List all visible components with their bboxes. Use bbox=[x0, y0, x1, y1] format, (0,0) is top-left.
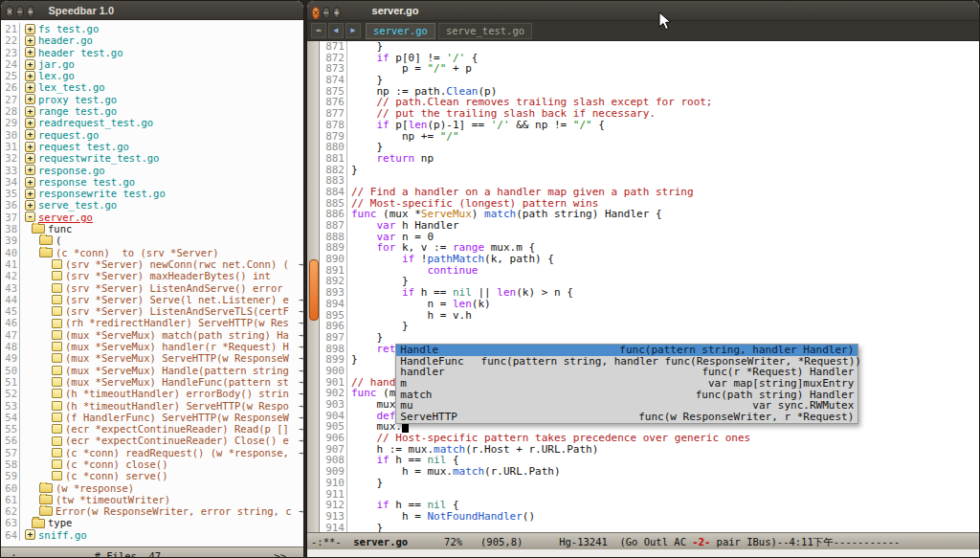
tag-label[interactable]: Error(w ResponseWriter, error string, c bbox=[56, 505, 292, 517]
speedbar-row[interactable]: 35+responsewrite_test.go bbox=[1, 188, 303, 199]
code-line[interactable]: 879 np += "/" bbox=[320, 131, 979, 143]
tag-label[interactable]: (mux *ServeMux) handler(r *Request) H bbox=[65, 341, 289, 352]
tag-label[interactable]: (h *timeoutHandler) errorBody() strin bbox=[65, 388, 289, 399]
tag-icon[interactable] bbox=[52, 306, 62, 316]
speedbar-row[interactable]: 57(c *conn) readRequest() (w *response,→ bbox=[1, 447, 303, 458]
selected-file-name[interactable]: server.go bbox=[38, 212, 93, 223]
completion-item[interactable]: ServeHTTPfunc(w ResponseWriter, r *Reque… bbox=[396, 412, 858, 423]
tag-icon[interactable] bbox=[52, 436, 62, 446]
file-name[interactable]: sniff.go bbox=[38, 529, 87, 541]
expand-icon[interactable]: + bbox=[25, 106, 35, 117]
tag-icon[interactable] bbox=[52, 459, 62, 469]
speedbar-row[interactable]: 53(h *timeoutHandler) ServeHTTP(w Respo→ bbox=[1, 400, 303, 412]
expand-icon[interactable]: + bbox=[25, 200, 35, 211]
folder-icon[interactable] bbox=[32, 224, 45, 234]
tag-label[interactable]: (c *conn) serve() bbox=[65, 470, 167, 481]
speedbar-row[interactable]: 50(mux *ServeMux) Handle(pattern string→ bbox=[1, 365, 303, 376]
speedbar-row[interactable]: 23+header_test.go bbox=[1, 47, 303, 58]
speedbar-row[interactable]: 24+jar.go bbox=[1, 58, 303, 70]
tag-label[interactable]: (w *response) bbox=[56, 482, 134, 494]
tag-label[interactable]: (ecr *expectContinueReader) Read(p [] bbox=[65, 423, 289, 435]
speedbar-row[interactable]: 27+proxy_test.go bbox=[1, 94, 303, 105]
expand-icon[interactable]: + bbox=[25, 35, 35, 46]
speedbar-row[interactable]: 60(w *response) bbox=[1, 482, 303, 494]
tag-label[interactable]: (srv *Server) maxHeaderBytes() int bbox=[65, 270, 271, 281]
speedbar-row[interactable]: 59(c *conn) serve() bbox=[1, 470, 303, 481]
file-name[interactable]: serve_test.go bbox=[38, 199, 117, 211]
scroll-right-button-icon[interactable]: ▶ bbox=[345, 23, 361, 38]
expand-icon[interactable]: + bbox=[25, 142, 35, 152]
speedbar-row[interactable]: 47(mux *ServeMux) match(path string) Ha→ bbox=[1, 329, 303, 341]
tag-icon[interactable] bbox=[52, 295, 62, 304]
tag-label[interactable]: (c *conn) close() bbox=[65, 458, 167, 470]
home-button-icon[interactable]: ▬ bbox=[311, 23, 326, 38]
speedbar-row[interactable]: 41(srv *Server) newConn(rwc net.Conn) (→ bbox=[1, 258, 303, 270]
tag-icon[interactable] bbox=[52, 471, 62, 480]
speedbar-row[interactable]: 26+lex_test.go bbox=[1, 81, 303, 93]
code-line[interactable]: 895 h = v.h bbox=[320, 310, 979, 322]
file-name[interactable]: response_test.go bbox=[38, 176, 135, 188]
speedbar-row[interactable]: 44(srv *Server) Serve(l net.Listener) e→ bbox=[1, 294, 303, 305]
speedbar-row[interactable]: 37-server.go bbox=[1, 212, 303, 223]
tag-label[interactable]: (h *timeoutHandler) ServeHTTP(w Respo bbox=[65, 400, 289, 412]
speedbar-row[interactable]: 45(srv *Server) ListenAndServeTLS(certF→ bbox=[1, 305, 303, 317]
editor-titlebar[interactable]: ×−+ server.go bbox=[307, 1, 979, 21]
speedbar-row[interactable]: 63type bbox=[1, 517, 303, 528]
file-name[interactable]: request_test.go bbox=[38, 141, 129, 152]
speedbar-maximize-button[interactable]: + bbox=[27, 6, 34, 18]
speedbar-row[interactable]: 49(mux *ServeMux) ServeHTTP(w ResponseW→ bbox=[1, 352, 303, 364]
tag-label[interactable]: (mux *ServeMux) ServeHTTP(w ResponseW bbox=[65, 352, 289, 364]
expand-icon[interactable]: + bbox=[25, 165, 35, 175]
tag-label[interactable]: (mux *ServeMux) HandleFunc(pattern st bbox=[65, 376, 289, 388]
tag-icon[interactable] bbox=[52, 319, 62, 328]
code-line[interactable]: 896 } bbox=[320, 321, 979, 332]
speedbar-row[interactable]: 33+response.go bbox=[1, 165, 303, 176]
code-line[interactable]: 914 } bbox=[320, 523, 979, 532]
tag-group-label[interactable]: ( bbox=[56, 234, 61, 246]
speedbar-row[interactable]: 38func bbox=[1, 223, 303, 234]
tag-icon[interactable] bbox=[52, 424, 62, 434]
speedbar-row[interactable]: 46(rh *redirectHandler) ServeHTTP(w Res→ bbox=[1, 317, 303, 328]
folder-icon[interactable] bbox=[39, 235, 53, 245]
tag-label[interactable]: (srv *Server) Serve(l net.Listener) e bbox=[65, 294, 289, 305]
tag-icon[interactable] bbox=[52, 342, 62, 351]
tag-icon[interactable] bbox=[52, 389, 62, 398]
expand-icon[interactable]: + bbox=[25, 177, 35, 188]
file-name[interactable]: readrequest_test.go bbox=[38, 117, 153, 128]
tag-label[interactable]: (mux *ServeMux) match(path string) Ha bbox=[65, 329, 289, 341]
tab-serve_test.go[interactable]: serve_test.go bbox=[438, 23, 532, 39]
tag-label[interactable]: (mux *ServeMux) Handle(pattern string bbox=[65, 365, 289, 376]
tag-icon[interactable] bbox=[52, 271, 62, 280]
folder-icon[interactable] bbox=[39, 483, 53, 493]
code-line[interactable]: 910 } bbox=[320, 478, 979, 489]
code-line[interactable]: 873 p = "/" + p bbox=[320, 63, 979, 75]
tag-label[interactable]: (ecr *expectContinueReader) Close() e bbox=[65, 435, 289, 446]
folder-icon[interactable] bbox=[39, 495, 53, 504]
file-name[interactable]: proxy_test.go bbox=[38, 94, 117, 105]
tag-label[interactable]: (srv *Server) ListenAndServeTLS(certF bbox=[65, 305, 289, 317]
speedbar-row[interactable]: 56(ecr *expectContinueReader) Close() e→ bbox=[1, 435, 303, 446]
tag-group-label[interactable]: func bbox=[48, 223, 72, 234]
speedbar-row[interactable]: 29+readrequest_test.go bbox=[1, 117, 303, 128]
speedbar-row[interactable]: 21+fs_test.go bbox=[1, 23, 303, 34]
speedbar-row[interactable]: 61(tw *timeoutWriter) bbox=[1, 494, 303, 505]
tag-icon[interactable] bbox=[52, 401, 62, 411]
vertical-scrollbar[interactable] bbox=[307, 41, 320, 532]
expand-icon[interactable]: + bbox=[25, 153, 35, 164]
folder-icon[interactable] bbox=[39, 248, 53, 257]
speedbar-row[interactable]: 28+range_test.go bbox=[1, 105, 303, 117]
speedbar-modeline-arrows[interactable]: >> bbox=[274, 548, 286, 558]
editor-maximize-button[interactable]: + bbox=[333, 7, 341, 19]
file-name[interactable]: header_test.go bbox=[38, 47, 123, 58]
editor-close-button[interactable]: × bbox=[312, 7, 320, 19]
tag-label[interactable]: (rh *redirectHandler) ServeHTTP(w Res bbox=[65, 317, 289, 328]
file-name[interactable]: lex.go bbox=[38, 70, 75, 81]
speedbar-row[interactable]: 55(ecr *expectContinueReader) Read(p []→ bbox=[1, 423, 303, 435]
speedbar-row[interactable]: 22+header.go bbox=[1, 34, 303, 46]
speedbar-row[interactable]: 34+response_test.go bbox=[1, 176, 303, 188]
file-name[interactable]: responsewrite_test.go bbox=[38, 188, 166, 199]
expand-icon[interactable]: + bbox=[25, 529, 35, 540]
minibuffer[interactable] bbox=[307, 549, 979, 558]
scrollbar-thumb[interactable] bbox=[309, 259, 319, 321]
speedbar-row[interactable]: 30+request.go bbox=[1, 129, 303, 141]
